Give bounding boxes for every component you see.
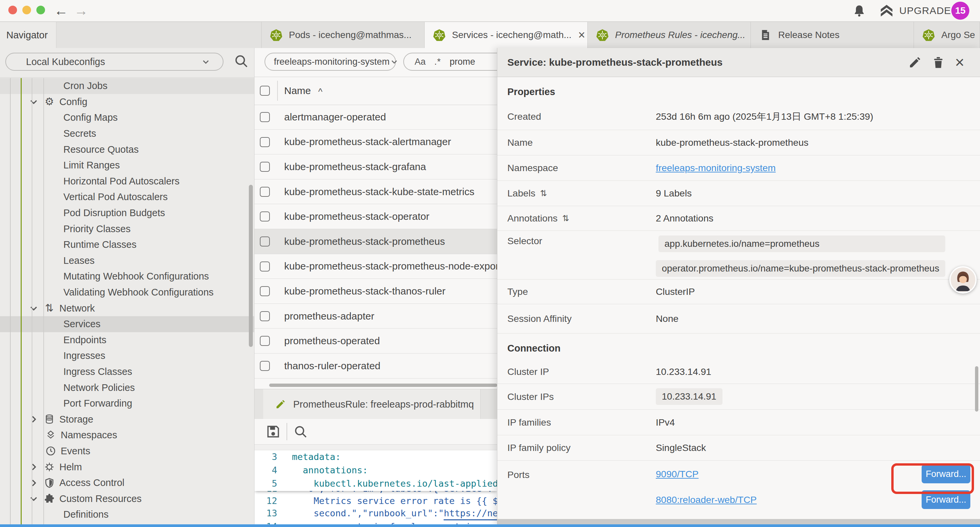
chevron-right-icon[interactable]	[28, 461, 39, 473]
editor-tab[interactable]: Services - icecheng@math... ×	[425, 22, 588, 48]
yaml-editor[interactable]: 11 0","for":"1m","labels":{"service":" 1…	[255, 450, 497, 524]
chevron-down-icon[interactable]	[28, 493, 39, 504]
code-link[interactable]: https://net	[444, 507, 497, 520]
sidebar-item[interactable]: Network Policies	[0, 380, 254, 396]
search-icon[interactable]	[234, 53, 249, 69]
namespace-filter-selector[interactable]: freeleaps-monitoring-system	[264, 53, 396, 71]
trash-icon[interactable]	[932, 56, 945, 69]
sidebar-item[interactable]: Events	[0, 443, 254, 459]
row-checkbox[interactable]	[260, 212, 270, 221]
sidebar-item[interactable]: Horizontal Pod Autoscalers	[0, 174, 254, 189]
forward-button[interactable]: →	[74, 2, 88, 19]
table-row[interactable]: prometheus-operated	[255, 328, 497, 353]
close-tab-icon[interactable]: ×	[578, 28, 585, 42]
detail-horizontal-scrollbar-track[interactable]	[497, 519, 980, 524]
table-row[interactable]: thanos-ruler-operated	[255, 353, 497, 379]
table-row[interactable]: kube-prometheus-stack-prometheus-node-ex…	[255, 254, 497, 279]
chevron-right-icon[interactable]	[28, 477, 39, 489]
table-row[interactable]: kube-prometheus-stack-thanos-ruler	[255, 279, 497, 304]
edit-pencil-icon[interactable]	[908, 56, 922, 69]
sidebar-item[interactable]: ⚙ Config	[0, 94, 254, 110]
table-row[interactable]: kube-prometheus-stack-prometheus	[255, 229, 497, 254]
connection-row-ip-family-policy: IP family policy SingleStack	[497, 435, 980, 461]
sidebar-item[interactable]: Mutating Webhook Configurations	[0, 269, 254, 285]
sidebar-item[interactable]: Secrets	[0, 126, 254, 142]
chevron-right-icon[interactable]	[28, 414, 39, 425]
sidebar-item[interactable]: Helm	[0, 459, 254, 475]
editor-tab[interactable]: Pods - icecheng@mathmas...	[261, 22, 425, 48]
sidebar-item[interactable]: Leases	[0, 253, 254, 269]
row-checkbox[interactable]	[260, 162, 270, 172]
select-all-checkbox[interactable]	[260, 86, 270, 96]
sidebar-item[interactable]: Port Forwarding	[0, 396, 254, 412]
search-icon[interactable]	[293, 424, 308, 439]
sidebar-item[interactable]: Vertical Pod Autoscalers	[0, 189, 254, 205]
sidebar-item[interactable]: Runtime Classes	[0, 237, 254, 253]
search-input[interactable]: Aa .* prome	[403, 53, 497, 71]
match-case-toggle[interactable]: Aa	[415, 57, 426, 67]
sidebar-scrollbar[interactable]	[249, 185, 253, 347]
sidebar-item[interactable]: Validating Webhook Configurations	[0, 285, 254, 301]
sidebar-item[interactable]: Cron Jobs	[0, 78, 254, 94]
row-checkbox[interactable]	[260, 361, 270, 371]
sidebar-item[interactable]: Storage	[0, 411, 254, 427]
sidebar-item[interactable]: Resource Quotas	[0, 142, 254, 158]
minimize-window-button[interactable]	[22, 6, 31, 14]
sidebar-item[interactable]: Ingress Classes	[0, 364, 254, 380]
sidebar-item[interactable]: Endpoints	[0, 332, 254, 348]
detail-scrollbar[interactable]	[975, 366, 978, 412]
expand-annotations-icon[interactable]: ⇅	[562, 213, 570, 223]
sidebar-item[interactable]: Custom Resources	[0, 490, 254, 507]
table-row[interactable]: kube-prometheus-stack-operator	[255, 204, 497, 229]
sidebar-item[interactable]: Config Maps	[0, 110, 254, 126]
port-link[interactable]: 9090/TCP	[656, 469, 698, 480]
back-button[interactable]: ←	[54, 2, 68, 19]
upgrade-button[interactable]: UPGRADE	[879, 3, 951, 18]
table-row[interactable]: alertmanager-operated	[255, 105, 497, 130]
editor-tab[interactable]: Argo Se	[914, 22, 980, 48]
kubeconfig-selector[interactable]: Local Kubeconfigs	[5, 53, 223, 71]
chevron-down-icon[interactable]	[28, 303, 39, 314]
zoom-window-button[interactable]	[37, 6, 45, 14]
table-row[interactable]: kube-prometheus-stack-grafana	[255, 154, 497, 180]
expand-labels-icon[interactable]: ⇅	[540, 188, 547, 198]
table-row[interactable]: kube-prometheus-stack-kube-state-metrics	[255, 180, 497, 204]
editor-bottom-tab[interactable]	[485, 389, 497, 419]
avatar[interactable]	[949, 266, 977, 293]
navigator-panel-tab[interactable]: Navigator	[0, 22, 56, 48]
notification-count-badge[interactable]: 15	[951, 2, 969, 20]
sidebar-item[interactable]: Pod Disruption Budgets	[0, 205, 254, 221]
row-checkbox[interactable]	[260, 236, 270, 247]
row-checkbox[interactable]	[260, 112, 270, 122]
sidebar-item[interactable]: ⇅ Network	[0, 300, 254, 316]
row-checkbox[interactable]	[260, 311, 270, 321]
port-link[interactable]: 8080:reloader-web/TCP	[656, 494, 757, 505]
regex-toggle[interactable]: .*	[434, 57, 441, 67]
table-row[interactable]: kube-prometheus-stack-alertmanager	[255, 130, 497, 155]
horizontal-scrollbar[interactable]	[269, 384, 497, 387]
sidebar-item[interactable]: Definitions	[0, 507, 254, 523]
row-checkbox[interactable]	[260, 261, 270, 272]
editor-bottom-tab[interactable]: PrometheusRule: freeleaps-prod-rabbitmq	[263, 389, 480, 419]
save-icon[interactable]	[266, 424, 280, 439]
row-checkbox[interactable]	[260, 336, 270, 346]
row-checkbox[interactable]	[260, 137, 270, 147]
sidebar-item[interactable]: Priority Classes	[0, 221, 254, 237]
sidebar-item[interactable]: Namespaces	[0, 427, 254, 443]
sidebar-item[interactable]: Access Control	[0, 475, 254, 491]
namespace-link[interactable]: freeleaps-monitoring-system	[656, 162, 776, 174]
close-panel-icon[interactable]: ×	[955, 56, 968, 69]
editor-tab[interactable]: Prometheus Rules - icecheng...	[588, 22, 751, 48]
name-column-header[interactable]: Name ^	[284, 77, 323, 105]
bell-icon[interactable]	[853, 4, 866, 18]
sidebar-item[interactable]: Ingresses	[0, 348, 254, 364]
sidebar-item[interactable]: Services	[0, 316, 254, 332]
chevron-down-icon[interactable]	[28, 96, 39, 107]
table-row[interactable]: prometheus-adapter	[255, 304, 497, 329]
sidebar-item[interactable]: Limit Ranges	[0, 158, 254, 174]
row-checkbox[interactable]	[260, 187, 270, 197]
close-window-button[interactable]	[8, 6, 17, 14]
tab-label: Argo Se	[941, 30, 975, 40]
row-checkbox[interactable]	[260, 286, 270, 296]
editor-tab[interactable]: Release Notes	[751, 22, 914, 48]
